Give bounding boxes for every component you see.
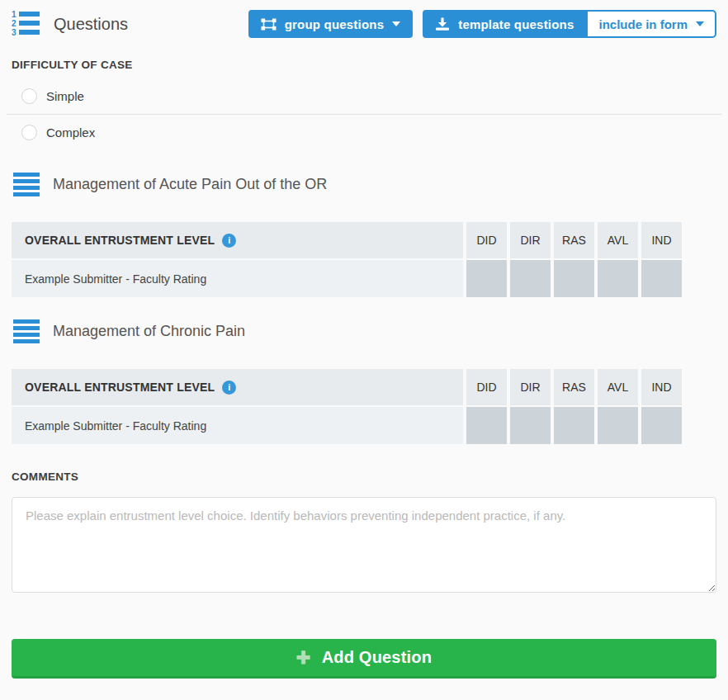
entrustment-table: OVERALL ENTRUSTMENT LEVEL i DID DIR RAS … (12, 369, 682, 444)
radio-option-simple[interactable]: Simple (12, 78, 716, 114)
comments-label: COMMENTS (12, 471, 716, 483)
submitter-label: Example Submitter - Faculty Rating (25, 419, 206, 433)
download-icon (435, 17, 450, 31)
add-question-label: Add Question (322, 648, 433, 667)
rating-cell (554, 260, 594, 297)
submitter-label: Example Submitter - Faculty Rating (25, 272, 206, 286)
info-icon[interactable]: i (222, 381, 236, 395)
add-question-button[interactable]: ✚ Add Question (12, 639, 716, 679)
table-header-row: OVERALL ENTRUSTMENT LEVEL i DID DIR RAS … (12, 222, 682, 258)
rating-cell (554, 407, 594, 444)
drag-handle-icon[interactable] (13, 173, 40, 196)
column-header: AVL (598, 222, 638, 258)
question-header[interactable]: Management of Chronic Pain (12, 319, 716, 343)
group-questions-label: group questions (285, 17, 385, 31)
question-title: Management of Acute Pain Out of the OR (53, 176, 327, 193)
column-header: DIR (510, 369, 551, 405)
rating-cell (641, 407, 682, 444)
radio-option-label: Simple (46, 89, 84, 103)
column-header: RAS (554, 222, 594, 258)
column-header: RAS (554, 369, 594, 405)
page-title: Questions (54, 15, 128, 34)
svg-text:2: 2 (12, 19, 17, 28)
object-group-icon (261, 18, 277, 31)
template-questions-button[interactable]: template questions (423, 10, 586, 38)
table-row: Example Submitter - Faculty Rating (12, 407, 682, 444)
radio-button-icon[interactable] (21, 88, 37, 104)
rating-cell (641, 260, 682, 297)
question-section-chronic-pain: Management of Chronic Pain OVERALL ENTRU… (12, 319, 716, 444)
question-section-acute-pain: Management of Acute Pain Out of the OR O… (12, 172, 716, 297)
table-header-row: OVERALL ENTRUSTMENT LEVEL i DID DIR RAS … (12, 369, 682, 405)
table-row: Example Submitter - Faculty Rating (12, 260, 682, 297)
column-header: DID (466, 369, 507, 405)
rating-cell (466, 260, 507, 297)
column-header: IND (641, 369, 682, 405)
rating-cell (510, 407, 551, 444)
entrustment-table: OVERALL ENTRUSTMENT LEVEL i DID DIR RAS … (12, 222, 682, 297)
rating-cell (598, 407, 638, 444)
column-header: DIR (510, 222, 551, 258)
rating-cell (466, 407, 507, 444)
submitter-cell: Example Submitter - Faculty Rating (12, 260, 463, 297)
include-in-form-button[interactable]: include in form (586, 10, 716, 38)
svg-text:1: 1 (12, 10, 17, 19)
table-header-cell: OVERALL ENTRUSTMENT LEVEL i (12, 369, 463, 405)
radio-option-label: Complex (46, 125, 95, 140)
template-questions-button-group: template questions include in form (423, 10, 716, 38)
difficulty-label: DIFFICULTY OF CASE (12, 59, 716, 71)
include-in-form-label: include in form (598, 17, 688, 31)
table-header-label: OVERALL ENTRUSTMENT LEVEL (25, 381, 215, 394)
rating-cell (510, 260, 551, 297)
question-header[interactable]: Management of Acute Pain Out of the OR (12, 172, 716, 196)
numbered-list-icon: 1 2 3 (12, 10, 40, 38)
comments-textarea[interactable] (12, 497, 716, 593)
question-title: Management of Chronic Pain (53, 323, 245, 340)
column-header: AVL (598, 369, 638, 405)
table-header-cell: OVERALL ENTRUSTMENT LEVEL i (12, 222, 463, 258)
questions-panel: 1 2 3 Questions group questions (0, 0, 728, 679)
template-questions-label: template questions (458, 17, 574, 31)
submitter-cell: Example Submitter - Faculty Rating (12, 407, 463, 444)
table-header-label: OVERALL ENTRUSTMENT LEVEL (25, 234, 215, 247)
rating-cell (598, 260, 638, 297)
info-icon[interactable]: i (222, 234, 236, 248)
caret-down-icon (696, 21, 704, 26)
plus-icon: ✚ (296, 649, 311, 666)
radio-option-complex[interactable]: Complex (12, 115, 716, 150)
svg-text:3: 3 (12, 28, 17, 37)
column-header: IND (641, 222, 682, 258)
radio-button-icon[interactable] (21, 125, 37, 140)
group-questions-button[interactable]: group questions (248, 10, 414, 38)
column-header: DID (466, 222, 507, 258)
caret-down-icon (392, 21, 400, 26)
drag-handle-icon[interactable] (13, 319, 40, 343)
questions-header-bar: 1 2 3 Questions group questions (12, 0, 716, 39)
difficulty-options: Simple Complex (12, 78, 716, 150)
